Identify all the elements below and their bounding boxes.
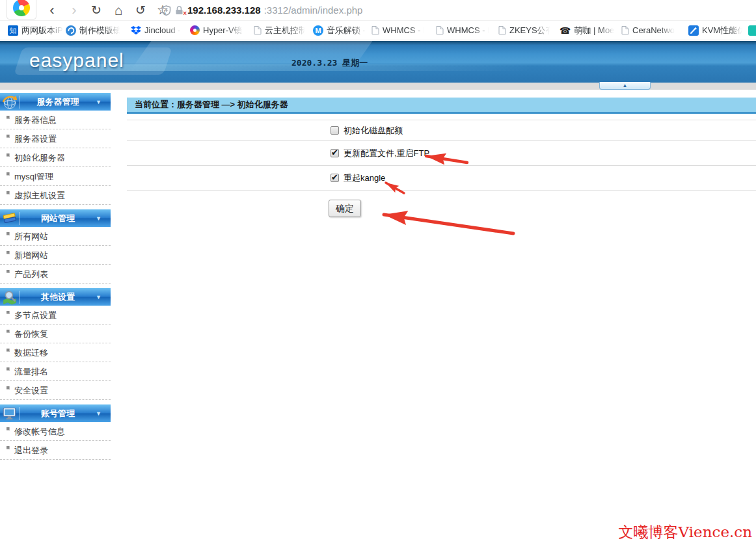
monitor-icon — [2, 406, 18, 421]
bullet-icon — [7, 349, 10, 352]
bullet-icon — [7, 251, 10, 254]
home-icon[interactable]: ⌂ — [112, 0, 125, 20]
music-icon: M — [313, 25, 323, 36]
bookmark-kvm[interactable]: KVM性能优 — [688, 21, 742, 40]
browser-toolbar: ‹ › ↻ ⌂ ↺ ☆ × 192.168.233.128:3312/admin… — [0, 0, 756, 20]
sidebar-item-init-server[interactable]: 初始化服务器 — [0, 148, 111, 167]
sidebar-item-multinode[interactable]: 多节点设置 — [0, 306, 111, 324]
page-icon — [498, 25, 506, 35]
sidebar-section-other-settings[interactable]: 其他设置 ▼ — [0, 288, 111, 306]
bullet-icon — [7, 367, 10, 371]
zhihu-icon: 知 — [8, 25, 18, 36]
sidebar-section-website-mgmt[interactable]: 网站管理 ▼ — [0, 209, 111, 227]
option-label: 更新配置文件,重启FTP — [344, 148, 429, 159]
bookmarks-bar: 知 两网版本iPh 制作模版镜 Jincloud - Hyper-V镜 云主机控… — [0, 20, 756, 40]
chevron-down-icon: ▼ — [96, 410, 101, 417]
page-icon — [436, 25, 444, 35]
sidebar-item-security-settings[interactable]: 安全设置 — [0, 381, 111, 400]
page-icon — [621, 25, 629, 35]
browser-logo[interactable] — [7, 0, 36, 20]
option-label: 重起kangle — [344, 172, 385, 184]
easypanel-banner: easypanel 2020.3.23 星期一 — [0, 41, 756, 83]
forward-icon[interactable]: › — [68, 0, 81, 20]
bullet-icon — [7, 135, 10, 138]
chevron-down-icon: ▼ — [96, 294, 101, 300]
sidebar: 服务器管理 ▼ 服务器信息 服务器设置 初始化服务器 mysql管理 虚拟主机设… — [0, 93, 111, 460]
bookmark-zkeys[interactable]: ZKEYS公有 — [498, 21, 550, 40]
checkbox-init-quota[interactable]: ✔ — [331, 126, 339, 135]
bookmark-template[interactable]: 制作模版镜 — [66, 21, 120, 40]
bookmark-hyperv[interactable]: Hyper-V镜 — [190, 21, 243, 40]
url-host: 192.168.233.128 — [187, 5, 261, 16]
option-row-update-config: ✔ 更新配置文件,重启FTP — [127, 141, 756, 166]
checkbox-restart-kangle[interactable]: ✔ — [331, 174, 339, 182]
sidebar-item-vhost-settings[interactable]: 虚拟主机设置 — [0, 186, 111, 205]
sidebar-item-server-settings[interactable]: 服务器设置 — [0, 129, 111, 148]
bookmark-overflow-icon[interactable] — [748, 25, 756, 36]
chevron-down-icon: ▼ — [96, 99, 101, 105]
option-label: 初始化磁盘配额 — [344, 125, 403, 137]
option-row-restart-kangle: ✔ 重起kangle — [127, 166, 756, 191]
bullet-icon — [7, 232, 10, 235]
chevron-down-icon: ▼ — [96, 215, 101, 222]
collapse-header-tab[interactable]: ▲ — [599, 82, 651, 90]
phone-icon: ☎ — [560, 25, 571, 36]
browser-logo-icon — [13, 0, 30, 16]
page-icon — [371, 25, 379, 35]
page-icon — [254, 25, 262, 35]
bullet-icon — [7, 172, 10, 176]
undo-icon[interactable]: ↺ — [134, 0, 147, 20]
bookmark-music[interactable]: M 音乐解锁 - — [313, 21, 366, 40]
checkbox-update-config[interactable]: ✔ — [331, 149, 339, 157]
hyperv-icon — [190, 25, 200, 35]
map-magnifier-icon — [2, 289, 18, 305]
bullet-icon — [7, 270, 10, 273]
bullet-icon — [7, 386, 10, 390]
sidebar-item-server-info[interactable]: 服务器信息 — [0, 111, 111, 129]
address-bar[interactable]: × 192.168.233.128:3312/admin/index.php — [161, 0, 362, 20]
sidebar-item-edit-account[interactable]: 修改帐号信息 — [0, 422, 111, 441]
sidebar-item-logout[interactable]: 退出登录 — [0, 441, 111, 460]
bookmark-whmcs-1[interactable]: WHMCS - L — [371, 21, 424, 40]
globe-icon — [2, 94, 18, 110]
sidebar-item-backup-restore[interactable]: 备份恢复 — [0, 324, 111, 343]
bookmark-whmcs-2[interactable]: WHMCS - L — [436, 21, 489, 40]
bullet-icon — [7, 427, 10, 430]
main-content: 当前位置：服务器管理 —> 初始化服务器 ✔ 初始化磁盘配额 ✔ 更新配置文件,… — [127, 98, 756, 191]
breadcrumb: 当前位置：服务器管理 —> 初始化服务器 — [135, 99, 288, 111]
sidebar-item-all-sites[interactable]: 所有网站 — [0, 227, 111, 246]
sidebar-item-new-site[interactable]: 新增网站 — [0, 246, 111, 265]
easypanel-logo: easypanel — [29, 49, 124, 72]
refresh-icon[interactable]: ↻ — [90, 0, 103, 20]
back-icon[interactable]: ‹ — [46, 0, 59, 20]
sidebar-section-account-mgmt[interactable]: 账号管理 ▼ — [0, 404, 111, 422]
breadcrumb-bar: 当前位置：服务器管理 —> 初始化服务器 — [127, 98, 756, 114]
arrow-confirm-button — [384, 215, 513, 233]
bullet-icon — [7, 116, 10, 119]
bookmark-ceranetworks[interactable]: CeraNetwo — [621, 21, 675, 40]
bullet-icon — [7, 330, 10, 333]
bookmark-jincloud[interactable]: Jincloud - — [131, 21, 181, 40]
bookmark-zhihu[interactable]: 知 两网版本iPh — [8, 21, 63, 40]
sidebar-item-data-migration[interactable]: 数据迁移 — [0, 343, 111, 362]
books-icon — [2, 211, 18, 226]
bookmark-cloudhost[interactable]: 云主机控制 — [254, 21, 305, 40]
dropbox-icon — [131, 26, 141, 35]
sidebar-section-server-mgmt[interactable]: 服务器管理 ▼ — [0, 93, 111, 111]
bookmark-moe[interactable]: ☎ 萌咖 | Moe — [560, 21, 614, 40]
collapse-arrow-icon: ▲ — [623, 83, 628, 88]
shield-plus-icon[interactable] — [161, 5, 171, 16]
bullet-icon — [7, 446, 10, 449]
bullet-icon — [7, 153, 10, 157]
sidebar-item-mysql[interactable]: mysql管理 — [0, 167, 111, 186]
watermark: 文曦博客Vience.cn — [619, 522, 752, 542]
bullet-icon — [7, 191, 10, 194]
bullet-icon — [7, 311, 10, 314]
sidebar-item-traffic-rank[interactable]: 流量排名 — [0, 362, 111, 381]
banner-date: 2020.3.23 星期一 — [291, 57, 368, 69]
confirm-button[interactable]: 确定 — [329, 200, 361, 217]
option-row-init-quota: ✔ 初始化磁盘配额 — [127, 120, 756, 141]
sidebar-item-product-list[interactable]: 产品列表 — [0, 265, 111, 284]
insecure-lock-icon: × — [174, 5, 184, 16]
kvm-pen-icon — [688, 25, 699, 36]
